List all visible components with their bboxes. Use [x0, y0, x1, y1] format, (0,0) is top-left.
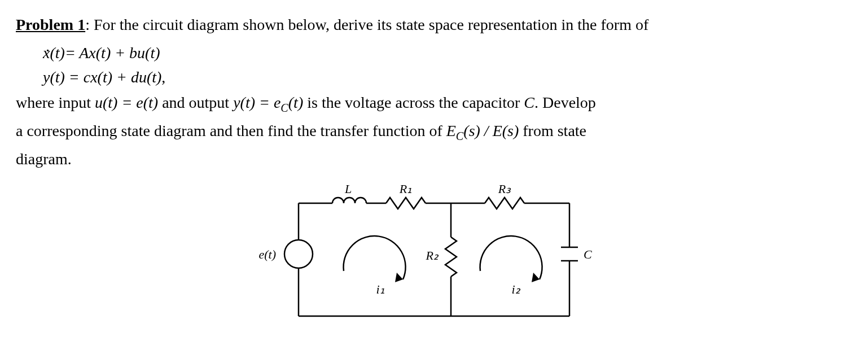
- equation-1: x(t) = Ax(t) + bu(t): [43, 41, 852, 65]
- b1d: y(t) = e: [233, 94, 280, 111]
- body-line-1: where input u(t) = e(t) and output y(t) …: [16, 89, 852, 117]
- b2b-sub: C: [456, 130, 463, 142]
- svg-point-12: [284, 240, 313, 268]
- body-line-3: diagram.: [16, 146, 852, 173]
- eq1-arg: (t): [50, 41, 64, 65]
- eq1-rhs: = Ax(t) + bu(t): [65, 41, 160, 65]
- eq-trailer: ,: [161, 65, 165, 89]
- label-i2: i₂: [511, 282, 520, 296]
- b1a: where input: [16, 94, 95, 111]
- b2c: (s) / E(s): [463, 122, 519, 139]
- b1e: (t): [288, 94, 303, 111]
- circuit-diagram-container: e(t) L R₁ R₃ R₂ C i₁ i₂: [16, 175, 852, 333]
- b1c: and output: [158, 94, 233, 111]
- label-i1: i₁: [376, 282, 384, 296]
- label-R2: R₂: [426, 248, 439, 262]
- intro-text: : For the circuit diagram shown below, d…: [85, 16, 648, 33]
- b1g: C: [524, 94, 534, 111]
- eq2-text: y(t) = cx(t) + du(t): [43, 65, 161, 89]
- svg-marker-15: [395, 273, 403, 282]
- circuit-diagram: e(t) L R₁ R₃ R₂ C i₁ i₂: [259, 175, 609, 333]
- label-R1: R₁: [399, 182, 412, 196]
- body-line-2: a corresponding state diagram and then f…: [16, 117, 852, 146]
- b1h: . Develop: [534, 94, 596, 111]
- b1d-sub: C: [280, 102, 288, 114]
- b2a: a corresponding state diagram and then f…: [16, 122, 446, 139]
- svg-marker-16: [532, 273, 540, 282]
- b1b: u(t) = e(t): [95, 94, 158, 111]
- equations: x(t) = Ax(t) + bu(t) y(t) = cx(t) + du(t…: [43, 41, 852, 90]
- b2b: E: [446, 122, 456, 139]
- page: Problem 1: For the circuit diagram shown…: [0, 0, 868, 359]
- equation-2: y(t) = cx(t) + du(t) ,: [43, 65, 852, 89]
- b3: diagram.: [16, 150, 72, 168]
- label-R3: R₃: [498, 182, 511, 196]
- label-source: e(t): [259, 247, 276, 261]
- label-C: C: [584, 247, 592, 261]
- problem-statement: Problem 1: For the circuit diagram shown…: [16, 11, 852, 38]
- xdot-symbol: x: [43, 41, 50, 65]
- b1f: is the voltage across the capacitor: [303, 94, 524, 111]
- label-L: L: [344, 182, 352, 196]
- problem-label: Problem 1: [16, 16, 85, 33]
- b2d: from state: [519, 122, 586, 139]
